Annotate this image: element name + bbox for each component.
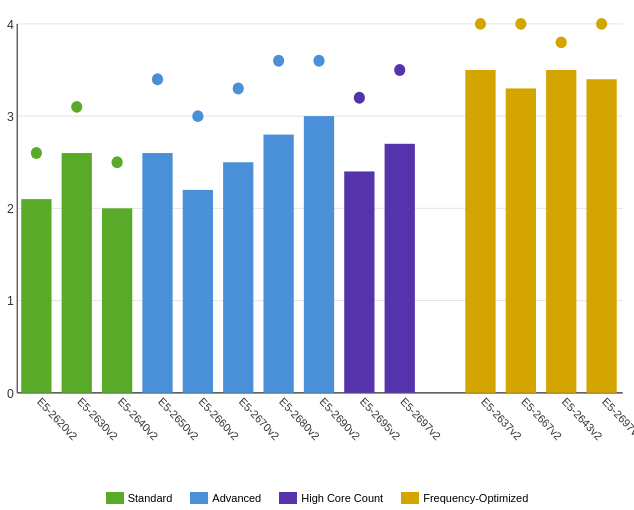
svg-text:2: 2 — [7, 201, 14, 216]
svg-text:E5-2697v2: E5-2697v2 — [398, 395, 443, 442]
legend: StandardAdvancedHigh Core CountFrequency… — [106, 488, 529, 510]
chart-inner: 01234E5-2620v2E5-2630v2E5-2640v2E5-2650v… — [6, 12, 634, 488]
svg-rect-18 — [102, 208, 132, 392]
svg-text:E5-2640v2: E5-2640v2 — [116, 395, 161, 442]
svg-point-22 — [152, 73, 163, 85]
svg-rect-33 — [304, 116, 334, 393]
svg-text:0: 0 — [7, 385, 14, 400]
legend-item: High Core Count — [279, 492, 383, 504]
svg-text:E5-2630v2: E5-2630v2 — [75, 395, 120, 442]
svg-text:3: 3 — [7, 109, 14, 124]
svg-rect-39 — [385, 144, 415, 393]
svg-rect-36 — [344, 171, 374, 392]
svg-point-37 — [354, 92, 365, 104]
svg-text:E5-2680v2: E5-2680v2 — [277, 395, 322, 442]
svg-point-13 — [31, 147, 42, 159]
legend-item: Frequency-Optimized — [401, 492, 528, 504]
svg-rect-48 — [546, 70, 576, 393]
legend-swatch — [106, 492, 124, 504]
svg-text:E5-2670v2: E5-2670v2 — [237, 395, 282, 442]
svg-text:E5-2697Wv2: E5-2697Wv2 — [600, 395, 634, 450]
svg-rect-24 — [183, 190, 213, 393]
svg-text:E5-2620v2: E5-2620v2 — [35, 395, 80, 442]
svg-text:E5-2695v2: E5-2695v2 — [358, 395, 403, 442]
legend-label: Advanced — [212, 492, 261, 504]
svg-point-49 — [556, 36, 567, 48]
svg-rect-15 — [62, 153, 92, 393]
svg-point-34 — [313, 55, 324, 67]
svg-text:E5-2660v2: E5-2660v2 — [197, 395, 242, 442]
svg-point-46 — [515, 18, 526, 30]
svg-rect-12 — [21, 199, 51, 393]
svg-point-43 — [475, 18, 486, 30]
svg-rect-21 — [142, 153, 172, 393]
svg-text:E5-2637v2: E5-2637v2 — [479, 395, 524, 442]
svg-text:E5-2690v2: E5-2690v2 — [318, 395, 363, 442]
legend-swatch — [190, 492, 208, 504]
svg-rect-42 — [465, 70, 495, 393]
svg-text:1: 1 — [7, 293, 14, 308]
legend-item: Standard — [106, 492, 173, 504]
legend-label: High Core Count — [301, 492, 383, 504]
chart-area: 01234E5-2620v2E5-2630v2E5-2640v2E5-2650v… — [0, 12, 634, 488]
svg-text:4: 4 — [7, 16, 14, 31]
legend-label: Frequency-Optimized — [423, 492, 528, 504]
chart-container: 01234E5-2620v2E5-2630v2E5-2640v2E5-2650v… — [0, 0, 634, 510]
legend-item: Advanced — [190, 492, 261, 504]
svg-point-52 — [596, 18, 607, 30]
legend-swatch — [279, 492, 297, 504]
svg-point-25 — [192, 110, 203, 122]
legend-label: Standard — [128, 492, 173, 504]
svg-rect-51 — [586, 79, 616, 393]
chart-svg: 01234E5-2620v2E5-2630v2E5-2640v2E5-2650v… — [6, 12, 634, 488]
svg-text:E5-2643v2: E5-2643v2 — [560, 395, 605, 442]
svg-text:E5-2667v2: E5-2667v2 — [519, 395, 564, 442]
svg-point-31 — [273, 55, 284, 67]
svg-rect-27 — [223, 162, 253, 393]
svg-point-16 — [71, 101, 82, 113]
svg-point-19 — [112, 156, 123, 168]
svg-point-28 — [233, 83, 244, 95]
legend-swatch — [401, 492, 419, 504]
svg-text:E5-2650v2: E5-2650v2 — [156, 395, 201, 442]
svg-rect-30 — [263, 135, 293, 393]
svg-rect-45 — [506, 88, 536, 392]
svg-point-40 — [394, 64, 405, 76]
